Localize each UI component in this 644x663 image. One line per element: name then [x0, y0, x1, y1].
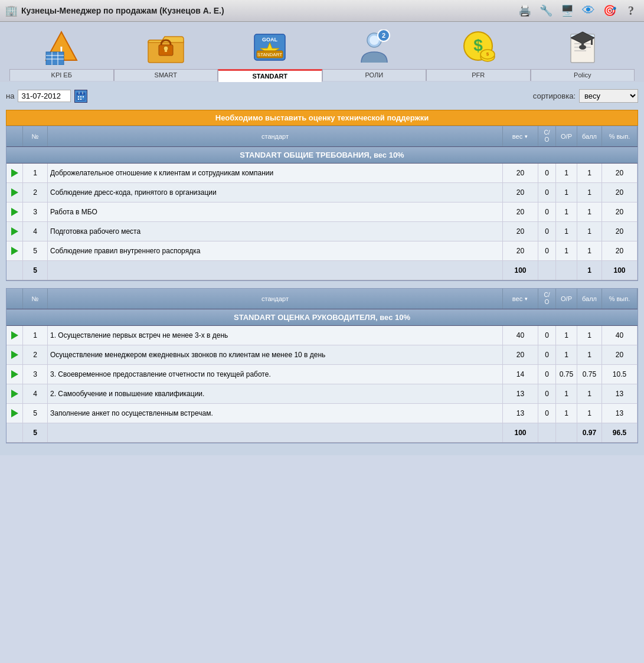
play-btn-4[interactable]	[6, 222, 23, 241]
play-btn-5[interactable]	[6, 241, 23, 260]
t2-row2-co: 0	[538, 345, 556, 364]
t2-row1-vyp: 40	[602, 326, 638, 345]
app-logo-icon: 🏢	[5, 4, 18, 17]
th2-ball: балл	[577, 289, 602, 309]
pfr-icon: $ $	[455, 27, 502, 68]
th2-co: С/О	[538, 289, 556, 309]
t2-play-btn-3[interactable]	[6, 365, 23, 384]
row1-text: Доброжелательное отношение к клиентам и …	[48, 164, 503, 182]
row2-co: 0	[538, 183, 556, 202]
t2-play-btn-4[interactable]	[6, 384, 23, 403]
play-btn-2[interactable]	[6, 183, 23, 202]
sum-count1: 5	[23, 261, 48, 280]
brush-icon[interactable]: 🔧	[538, 2, 554, 19]
sum2-count: 5	[23, 423, 48, 442]
t2-row1-ves: 40	[503, 326, 538, 345]
date-input[interactable]	[18, 90, 71, 102]
eye-icon[interactable]: 👁	[580, 2, 597, 19]
table-row: 3 3. Своевременное предоставление отчетн…	[6, 365, 638, 384]
th2-standart: стандарт	[48, 289, 503, 309]
sum2-vyp: 96.5	[602, 423, 638, 442]
tab-roles-label[interactable]: РОЛИ	[322, 69, 427, 81]
window-title: Кузнецы-Менеджер по продажам (Кузнецов А…	[21, 6, 224, 15]
sum-empty	[6, 261, 23, 280]
sum-vyp1: 100	[602, 261, 638, 280]
svg-rect-31	[591, 38, 593, 45]
t2-row4-op: 1	[556, 384, 577, 403]
t2-row4-num: 4	[23, 384, 48, 403]
tab-pfr-label[interactable]: PFR	[426, 69, 531, 81]
th-vyp1: % вып.	[602, 126, 638, 146]
row3-ball: 1	[577, 203, 602, 221]
sum2-ball: 0.97	[577, 423, 602, 442]
row4-ball: 1	[577, 222, 602, 241]
t2-row5-ves: 13	[503, 404, 538, 423]
t2-row1-co: 0	[538, 326, 556, 345]
row5-num: 5	[23, 241, 48, 260]
row5-text: Соблюдение правил внутреннего распорядка	[48, 241, 503, 260]
table-row: 2 Соблюдение дресс-кода, принятого в орг…	[6, 183, 638, 203]
roles-icon: 2	[351, 27, 398, 68]
svg-rect-38	[78, 96, 79, 97]
row3-co: 0	[538, 203, 556, 221]
title-bar-right: 🖨️ 🔧 🖥️ 👁 🎯 ?	[516, 2, 639, 19]
sort-select[interactable]: весу номеру оценке	[579, 89, 638, 103]
t2-row1-num: 1	[23, 326, 48, 345]
row5-co: 0	[538, 241, 556, 260]
t2-row5-vyp: 13	[602, 404, 638, 423]
row3-op: 1	[556, 203, 577, 221]
tab-policy[interactable]: Policy	[531, 27, 635, 82]
tab-smart-label[interactable]: SMART	[114, 69, 218, 81]
t2-row5-num: 5	[23, 404, 48, 423]
table-row: 2 Осуществление менеджером ежедневных зв…	[6, 345, 638, 365]
svg-text:GOAL: GOAL	[262, 37, 278, 43]
calendar-icon[interactable]	[74, 90, 87, 103]
sum2-text-empty	[48, 423, 503, 442]
row4-text: Подготовка рабочего места	[48, 222, 503, 241]
row5-ves: 20	[503, 241, 538, 260]
print-icon[interactable]: 🖨️	[516, 2, 533, 19]
table-row: 5 Заполнение анкет по осуществленным вст…	[6, 404, 638, 423]
t2-play-btn-5[interactable]	[6, 404, 23, 423]
tab-roles[interactable]: 2 РОЛИ	[322, 27, 427, 82]
target-icon[interactable]: 🎯	[601, 2, 618, 19]
svg-rect-35	[77, 93, 85, 95]
table-row: 1 Доброжелательное отношение к клиентам …	[6, 164, 638, 183]
t2-row1-text: 1. Осуществление первых встреч не менее …	[48, 326, 503, 345]
tab-standart[interactable]: GOAL STANDART STANDART	[218, 27, 322, 82]
sum2-op	[556, 423, 577, 442]
row5-vyp: 20	[602, 241, 638, 260]
nav-tabs-container: ! KPI ЕБ SMART	[0, 22, 644, 82]
monitor-icon[interactable]: 🖥️	[559, 2, 576, 19]
tab-smart[interactable]: SMART	[114, 27, 218, 82]
main-content: на сортировка: весу ном	[0, 82, 644, 455]
play-btn-1[interactable]	[6, 164, 23, 182]
play-btn-3[interactable]	[6, 203, 23, 221]
tab-kpi[interactable]: ! KPI ЕБ	[9, 27, 114, 82]
svg-rect-37	[82, 92, 83, 94]
t2-row5-text: Заполнение анкет по осуществленным встре…	[48, 404, 503, 423]
tab-pfr[interactable]: $ $ PFR	[426, 27, 531, 82]
th-op1: О/Р	[556, 126, 577, 146]
tab-policy-label[interactable]: Policy	[531, 69, 635, 81]
row1-co: 0	[538, 164, 556, 182]
row1-vyp: 20	[602, 164, 638, 182]
svg-rect-10	[165, 48, 167, 52]
t2-row4-text: 2. Самообучение и повышение квалификации…	[48, 384, 503, 403]
t2-play-btn-1[interactable]	[6, 326, 23, 345]
t2-row2-op: 1	[556, 345, 577, 364]
sum2-ves: 100	[503, 423, 538, 442]
svg-text:2: 2	[382, 32, 385, 39]
svg-rect-39	[80, 96, 81, 97]
th2-num: №	[23, 289, 48, 309]
table-row: 1 1. Осуществление первых встреч не мене…	[6, 326, 638, 345]
title-bar: 🏢 Кузнецы-Менеджер по продажам (Кузнецов…	[0, 0, 644, 22]
help-icon[interactable]: ?	[623, 2, 639, 19]
tab-kpi-label[interactable]: KPI ЕБ	[9, 69, 114, 81]
tab-standart-label[interactable]: STANDART	[218, 69, 322, 82]
t2-play-btn-2[interactable]	[6, 345, 23, 364]
row1-op: 1	[556, 164, 577, 182]
row1-ves: 20	[503, 164, 538, 182]
t2-row3-ves: 14	[503, 365, 538, 384]
t2-row5-op: 1	[556, 404, 577, 423]
